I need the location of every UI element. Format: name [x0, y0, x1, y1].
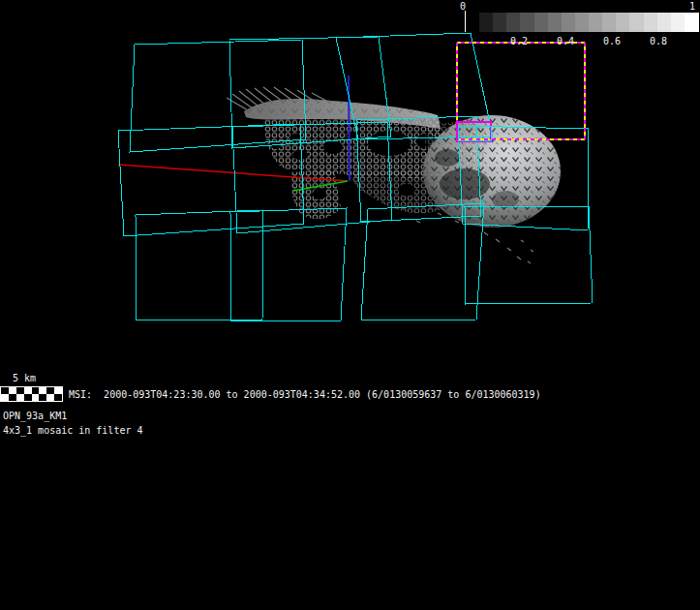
colorbar-gradient-step: [520, 13, 534, 32]
scale-bar-segment: [9, 387, 16, 394]
scale-bar-segment: [54, 387, 62, 394]
footprint-outline: [136, 210, 263, 320]
colorbar-gradient-step: [562, 13, 576, 32]
colorbar-gradient-step: [548, 13, 563, 32]
sequence-description: 4x3_1 mosaic in filter 4: [3, 425, 143, 436]
colorbar-gradient-step: [479, 13, 494, 32]
colorbar-gradient-step: [644, 13, 658, 32]
colorbar-min-label: 0: [460, 1, 466, 12]
colorbar-gradient-step: [466, 13, 480, 32]
colorbar-gradient-step: [506, 13, 521, 32]
scale-bar-segment: [54, 394, 62, 401]
colorbar-gradient-step: [493, 13, 507, 32]
scale-bar-segment: [32, 387, 40, 394]
colorbar-max-label: 1: [689, 1, 695, 12]
scene-canvas: 0.20.40.60.8: [0, 0, 700, 610]
colorbar-tick-label: 0.6: [603, 36, 621, 46]
scale-bar-segment: [46, 387, 54, 394]
scale-bar-label: 5 km: [13, 373, 36, 383]
colorbar-gradient-step: [629, 13, 644, 32]
colorbar-gradient-step: [602, 13, 617, 32]
scale-bar-segment: [32, 394, 40, 401]
scale-bar-segment: [46, 394, 54, 401]
colorbar-gradient-step: [534, 13, 549, 32]
scale-bar-segment: [39, 394, 46, 401]
scale-bar-segment: [24, 394, 32, 401]
msi-mosaic-viewer: 0.20.40.60.8 0 1 5 km MSI: 2000-093T04:2…: [0, 0, 700, 610]
scale-bar-segment: [1, 394, 9, 401]
colorbar-gradient-step: [685, 13, 699, 32]
colorbar: 0.20.40.60.8: [466, 11, 699, 46]
scale-bar: [1, 387, 63, 402]
colorbar-gradient-step: [657, 13, 672, 32]
colorbar-gradient-step: [575, 13, 590, 32]
status-line: MSI: 2000-093T04:23:30.00 to 2000-093T04…: [69, 389, 541, 400]
colorbar-gradient-step: [589, 13, 603, 32]
scale-bar-segment: [39, 387, 46, 394]
colorbar-gradient-step: [671, 13, 685, 32]
colorbar-tick-label: 0.8: [650, 36, 667, 46]
scale-bar-segment: [9, 394, 16, 401]
scale-bar-segment: [1, 387, 9, 394]
colorbar-gradient-step: [616, 13, 630, 32]
z-axis-line: [349, 76, 350, 181]
scale-bar-segment: [16, 394, 24, 401]
scale-bar-segment: [24, 387, 32, 394]
colorbar-tick-label: 0.2: [510, 36, 528, 46]
sequence-name: OPN_93a_KM1: [3, 411, 67, 421]
colorbar-tick-label: 0.4: [557, 36, 574, 46]
scale-bar-segment: [16, 387, 24, 394]
